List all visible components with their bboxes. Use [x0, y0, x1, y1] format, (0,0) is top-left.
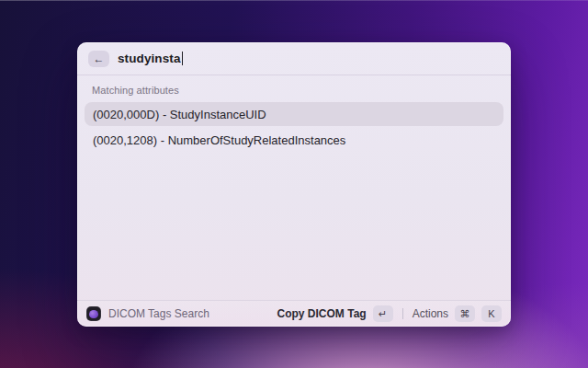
return-key-badge[interactable]: ↵: [373, 305, 393, 322]
result-row-studyinstanceuid[interactable]: (0020,000D) - StudyInstanceUID: [85, 102, 503, 126]
section-header: Matching attributes: [92, 85, 496, 96]
result-row-numberofstudyrelatedinstances[interactable]: (0020,1208) - NumberOfStudyRelatedInstan…: [85, 128, 503, 152]
app-name: DICOM Tags Search: [108, 307, 209, 320]
app-chip: DICOM Tags Search: [86, 306, 209, 321]
actions-menu-button[interactable]: Actions: [413, 307, 448, 320]
command-key-badge[interactable]: ⌘: [455, 305, 475, 322]
back-arrow-icon: ←: [94, 52, 105, 65]
launcher-window: ← studyinsta Matching attributes (0020,0…: [77, 42, 511, 327]
search-input[interactable]: studyinsta: [118, 52, 183, 65]
footer-divider: [402, 308, 403, 319]
result-label: (0020,1208) - NumberOfStudyRelatedInstan…: [93, 133, 345, 147]
result-label: (0020,000D) - StudyInstanceUID: [93, 108, 266, 121]
screen-top-edge: [0, 0, 588, 1]
results-list: Matching attributes (0020,000D) - StudyI…: [77, 75, 511, 300]
search-bar[interactable]: ← studyinsta: [77, 42, 511, 75]
footer-actions: Copy DICOM Tag ↵ Actions ⌘ K: [277, 305, 502, 322]
k-key-badge[interactable]: K: [481, 305, 502, 322]
back-button[interactable]: ←: [88, 51, 109, 67]
search-query-text: studyinsta: [118, 52, 181, 65]
copy-dicom-tag-button[interactable]: Copy DICOM Tag: [277, 307, 367, 320]
action-bar: DICOM Tags Search Copy DICOM Tag ↵ Actio…: [77, 300, 511, 327]
text-caret: [182, 52, 184, 65]
brain-logo-icon: [86, 306, 101, 321]
